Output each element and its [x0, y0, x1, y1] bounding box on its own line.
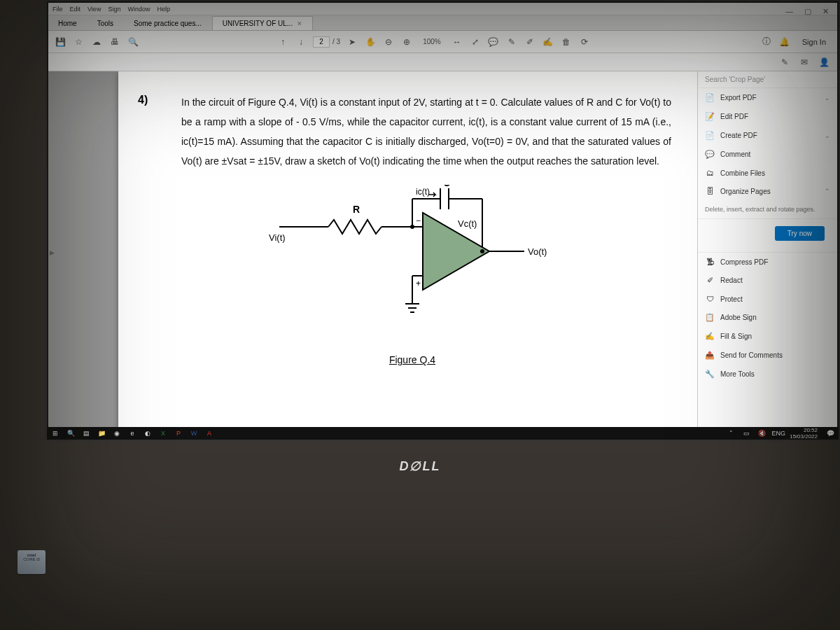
zoom-out-icon[interactable]: ⊖ [382, 36, 395, 48]
menu-file[interactable]: File [52, 6, 63, 13]
more-icon: 🔧 [705, 370, 715, 379]
excel-icon[interactable]: X [158, 428, 169, 438]
clock[interactable]: 20:52 15/03/2022 [790, 427, 820, 440]
menu-sign[interactable]: Sign [108, 6, 120, 13]
organize-pages-item[interactable]: 🗄Organize Pages⌃ [698, 182, 837, 200]
chevron-up-icon: ⌃ [825, 188, 830, 195]
start-button[interactable]: ⊞ [50, 428, 61, 438]
tools-panel: Search 'Crop Page' 📄Export PDF⌄ 📝Edit PD… [697, 71, 837, 427]
expand-left-icon[interactable]: ▶ [50, 249, 55, 256]
document-viewport[interactable]: ▶ ◀ 4) In the circuit of Figure Q.4, Vi(… [48, 71, 697, 427]
page-total: / 3 [332, 38, 340, 46]
battery-icon[interactable]: ▭ [741, 428, 752, 438]
fill-sign-item[interactable]: ✍Fill & Sign [698, 327, 837, 346]
fit-page-icon[interactable]: ⤢ [469, 36, 482, 48]
menu-view[interactable]: View [88, 6, 101, 13]
word-icon[interactable]: W [188, 428, 200, 438]
menu-bar: File Edit View Sign Window Help [48, 3, 837, 15]
volume-icon[interactable]: 🔇 [756, 428, 767, 438]
minimize-button[interactable]: — [783, 6, 796, 18]
chevron-down-icon: ⌄ [825, 132, 830, 139]
ie-icon[interactable]: e [127, 428, 138, 438]
svg-text:R: R [353, 204, 360, 215]
comment-item[interactable]: 💬Comment [698, 145, 837, 164]
close-tab-icon[interactable]: ✕ [297, 20, 302, 27]
profile-icon[interactable]: 👤 [818, 56, 830, 69]
tab-home[interactable]: Home [48, 17, 87, 30]
signin-button[interactable]: Sign In [797, 36, 832, 48]
fill-sign-icon: ✍ [705, 332, 715, 341]
pdf-page: 4) In the circuit of Figure Q.4, Vi(t) i… [118, 71, 697, 427]
svg-text:ic(t): ic(t) [416, 187, 430, 197]
sign-icon[interactable]: ✍ [542, 36, 554, 48]
send-comments-item[interactable]: 📤Send for Comments [698, 346, 837, 365]
share-icon[interactable]: ⟳ [578, 36, 591, 48]
dell-logo: D∅LL [400, 458, 441, 474]
menu-window[interactable]: Window [127, 6, 150, 13]
pointer-icon[interactable]: ➤ [346, 36, 358, 48]
tab-document-1[interactable]: Some practice ques... [124, 17, 211, 30]
panel-search[interactable]: Search 'Crop Page' [698, 71, 837, 88]
create-pdf-item[interactable]: 📄Create PDF⌄ [698, 126, 837, 145]
menu-help[interactable]: Help [157, 6, 170, 13]
chrome-icon[interactable]: ◉ [111, 428, 122, 438]
more-tools-item[interactable]: 🔧More Tools [698, 365, 837, 384]
svg-text:+: + [416, 279, 421, 288]
hand-icon[interactable]: ✋ [364, 36, 377, 48]
question-number: 4) [138, 94, 148, 106]
annotate-icon[interactable]: ✎ [505, 36, 518, 48]
adobe-icon[interactable]: A [204, 428, 215, 438]
search-icon[interactable]: 🔍 [127, 36, 139, 48]
protect-item[interactable]: 🛡Protect [698, 290, 837, 308]
language-indicator[interactable]: ENG [771, 430, 785, 437]
read-aloud-icon[interactable]: 💬 [487, 36, 500, 48]
tray-up-icon[interactable]: ˄ [725, 428, 736, 438]
maximize-button[interactable]: ▢ [802, 6, 814, 18]
svg-text:−: − [416, 216, 421, 225]
export-pdf-item[interactable]: 📄Export PDF⌄ [698, 88, 837, 107]
file-explorer-icon[interactable]: 📁 [96, 428, 107, 438]
edit-icon: 📝 [705, 112, 715, 121]
page-navigator: / 3 [313, 36, 340, 48]
info-icon[interactable]: ⓘ [760, 36, 773, 48]
mail-icon[interactable]: ✉ [798, 56, 811, 69]
save-icon[interactable]: 💾 [54, 36, 66, 48]
task-view-icon[interactable]: ▤ [80, 428, 92, 438]
edit-pdf-quick-icon[interactable]: ✎ [778, 56, 791, 69]
bell-icon[interactable]: 🔔 [778, 36, 791, 48]
close-window-button[interactable]: ✕ [820, 6, 832, 18]
star-icon[interactable]: ☆ [72, 36, 85, 48]
combine-icon: 🗂 [705, 169, 715, 177]
page-up-icon[interactable]: ↑ [276, 36, 289, 48]
adobe-sign-item[interactable]: 📋Adobe Sign [698, 308, 837, 327]
combine-files-item[interactable]: 🗂Combine Files [698, 164, 837, 182]
tab-tools[interactable]: Tools [88, 17, 123, 30]
organize-icon: 🗄 [705, 187, 715, 195]
question-text: In the circuit of Figure Q.4, Vi(t) is a… [181, 92, 671, 171]
toolbar: 💾 ☆ ☁ 🖶 🔍 ↑ ↓ / 3 ➤ ✋ ⊖ ⊕ 100% ↔ ⤢ 💬 ✎ ✐… [48, 31, 837, 53]
redact-item[interactable]: ✐Redact [698, 271, 837, 290]
page-down-icon[interactable]: ↓ [295, 36, 307, 48]
delete-icon[interactable]: 🗑 [560, 36, 573, 48]
edge-icon[interactable]: ◐ [142, 428, 153, 438]
tab-document-2[interactable]: UNIVERSITY OF UL... ✕ [212, 16, 313, 30]
edit-pdf-item[interactable]: 📝Edit PDF [698, 107, 837, 126]
zoom-level[interactable]: 100% [419, 36, 445, 47]
chevron-down-icon: ⌄ [825, 94, 830, 102]
intel-sticker: intel CORE i5 [18, 550, 46, 574]
page-number-input[interactable] [313, 36, 330, 48]
create-icon: 📄 [705, 131, 715, 140]
try-now-button[interactable]: Try now [775, 226, 825, 241]
zoom-in-icon[interactable]: ⊕ [400, 36, 413, 48]
powerpoint-icon[interactable]: P [173, 428, 184, 438]
tab-bar: Home Tools Some practice ques... UNIVERS… [48, 15, 837, 31]
menu-edit[interactable]: Edit [70, 6, 81, 13]
windows-taskbar: ⊞ 🔍 ▤ 📁 ◉ e ◐ X P W A ˄ ▭ 🔇 ENG 20:52 15… [47, 427, 839, 440]
fit-width-icon[interactable]: ↔ [451, 36, 463, 48]
action-center-icon[interactable]: 💬 [825, 428, 836, 438]
print-icon[interactable]: 🖶 [108, 36, 121, 48]
compress-pdf-item[interactable]: 🗜Compress PDF [698, 253, 837, 271]
search-taskbar-icon[interactable]: 🔍 [65, 428, 76, 438]
cloud-icon[interactable]: ☁ [90, 36, 103, 48]
highlight-icon[interactable]: ✐ [524, 36, 536, 48]
